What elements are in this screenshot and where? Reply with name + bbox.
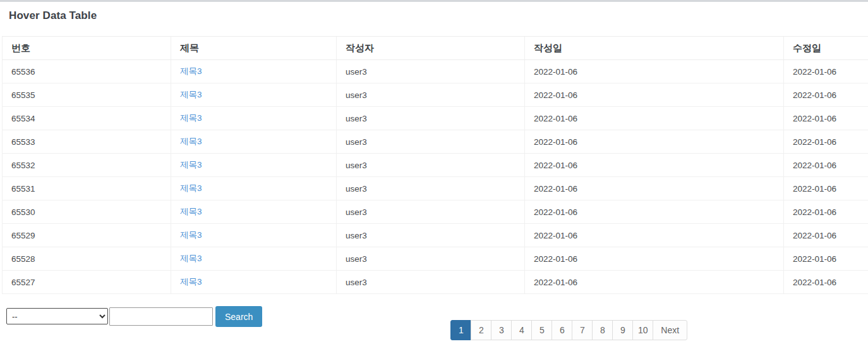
cell-created: 2022-01-06: [525, 60, 784, 83]
pagination-page[interactable]: 8: [592, 320, 613, 340]
cell-author: user3: [337, 271, 525, 294]
cell-number: 65533: [3, 130, 171, 154]
cell-created: 2022-01-06: [525, 200, 784, 224]
cell-title: 제목3: [171, 177, 337, 200]
post-title-link[interactable]: 제목3: [180, 230, 202, 240]
table-row[interactable]: 65534 제목3 user3 2022-01-06 2022-01-06: [3, 107, 868, 130]
table-row[interactable]: 65528 제목3 user3 2022-01-06 2022-01-06: [3, 247, 868, 271]
cell-author: user3: [337, 154, 525, 177]
column-header-created: 작성일: [525, 37, 784, 60]
cell-number: 65532: [3, 154, 171, 177]
pagination-page[interactable]: 7: [572, 320, 593, 340]
cell-modified: 2022-01-06: [784, 154, 868, 177]
cell-author: user3: [337, 107, 525, 130]
table-row[interactable]: 65530 제목3 user3 2022-01-06 2022-01-06: [3, 200, 868, 224]
cell-number: 65530: [3, 200, 171, 224]
column-header-author: 작성자: [337, 37, 525, 60]
pagination-page[interactable]: 3: [491, 320, 512, 340]
table-row[interactable]: 65533 제목3 user3 2022-01-06 2022-01-06: [3, 130, 868, 154]
pagination-page[interactable]: 1: [450, 320, 471, 340]
cell-author: user3: [337, 247, 525, 271]
pagination-page[interactable]: 5: [531, 320, 552, 340]
cell-title: 제목3: [171, 271, 337, 294]
table-row[interactable]: 65529 제목3 user3 2022-01-06 2022-01-06: [3, 224, 868, 247]
post-title-link[interactable]: 제목3: [180, 160, 202, 169]
cell-created: 2022-01-06: [525, 130, 784, 154]
cell-title: 제목3: [171, 130, 337, 154]
post-title-link[interactable]: 제목3: [180, 137, 202, 146]
cell-created: 2022-01-06: [525, 247, 784, 271]
table-row[interactable]: 65532 제목3 user3 2022-01-06 2022-01-06: [3, 154, 868, 177]
cell-created: 2022-01-06: [525, 271, 784, 294]
cell-title: 제목3: [171, 83, 337, 107]
cell-created: 2022-01-06: [525, 224, 784, 247]
cell-modified: 2022-01-06: [784, 200, 868, 224]
cell-modified: 2022-01-06: [784, 130, 868, 154]
cell-title: 제목3: [171, 200, 337, 224]
footer-bar: -- Search 12345678910Next: [6, 306, 868, 340]
post-title-link[interactable]: 제목3: [180, 90, 202, 99]
pagination-page[interactable]: 10: [632, 320, 653, 340]
cell-author: user3: [337, 224, 525, 247]
cell-author: user3: [337, 83, 525, 107]
cell-created: 2022-01-06: [525, 154, 784, 177]
cell-created: 2022-01-06: [525, 107, 784, 130]
cell-number: 65528: [3, 247, 171, 271]
table-header-row: 번호 제목 작성자 작성일 수정일: [3, 37, 868, 60]
post-title-link[interactable]: 제목3: [180, 113, 202, 123]
cell-modified: 2022-01-06: [784, 271, 868, 294]
search-input[interactable]: [109, 307, 213, 326]
cell-number: 65536: [3, 60, 171, 83]
post-title-link[interactable]: 제목3: [180, 183, 202, 193]
cell-number: 65527: [3, 271, 171, 294]
post-title-link[interactable]: 제목3: [180, 277, 202, 286]
cell-author: user3: [337, 177, 525, 200]
post-title-link[interactable]: 제목3: [180, 254, 202, 263]
table-row[interactable]: 65527 제목3 user3 2022-01-06 2022-01-06: [3, 271, 868, 294]
top-border-band: [0, 0, 868, 2]
filter-select[interactable]: --: [6, 308, 108, 324]
cell-number: 65531: [3, 177, 171, 200]
pagination-page[interactable]: 9: [612, 320, 633, 340]
cell-created: 2022-01-06: [525, 83, 784, 107]
cell-modified: 2022-01-06: [784, 224, 868, 247]
pagination-page[interactable]: 2: [471, 320, 491, 340]
cell-author: user3: [337, 60, 525, 83]
pagination-next[interactable]: Next: [653, 320, 687, 340]
cell-modified: 2022-01-06: [784, 83, 868, 107]
cell-modified: 2022-01-06: [784, 177, 868, 200]
cell-number: 65534: [3, 107, 171, 130]
cell-title: 제목3: [171, 60, 337, 83]
cell-modified: 2022-01-06: [784, 107, 868, 130]
cell-number: 65529: [3, 224, 171, 247]
cell-modified: 2022-01-06: [784, 247, 868, 271]
cell-title: 제목3: [171, 107, 337, 130]
column-header-modified: 수정일: [784, 37, 868, 60]
post-title-link[interactable]: 제목3: [180, 207, 202, 216]
cell-modified: 2022-01-06: [784, 60, 868, 83]
cell-title: 제목3: [171, 154, 337, 177]
column-header-number: 번호: [3, 37, 171, 60]
cell-author: user3: [337, 130, 525, 154]
cell-created: 2022-01-06: [525, 177, 784, 200]
pagination: 12345678910Next: [450, 320, 687, 340]
cell-number: 65535: [3, 83, 171, 107]
cell-title: 제목3: [171, 224, 337, 247]
table-row[interactable]: 65535 제목3 user3 2022-01-06 2022-01-06: [3, 83, 868, 107]
pagination-page[interactable]: 4: [511, 320, 532, 340]
cell-author: user3: [337, 200, 525, 224]
post-title-link[interactable]: 제목3: [180, 66, 202, 76]
table-row[interactable]: 65531 제목3 user3 2022-01-06 2022-01-06: [3, 177, 868, 200]
data-table: 번호 제목 작성자 작성일 수정일 65536 제목3 user3 2022-0…: [2, 36, 868, 294]
page-title: Hover Data Table: [9, 9, 868, 22]
search-button[interactable]: Search: [215, 306, 262, 327]
data-table-container: 번호 제목 작성자 작성일 수정일 65536 제목3 user3 2022-0…: [2, 36, 868, 294]
table-row[interactable]: 65536 제목3 user3 2022-01-06 2022-01-06: [3, 60, 868, 83]
column-header-title: 제목: [171, 37, 337, 60]
cell-title: 제목3: [171, 247, 337, 271]
table-body: 65536 제목3 user3 2022-01-06 2022-01-06 65…: [3, 60, 868, 294]
pagination-page[interactable]: 6: [552, 320, 572, 340]
